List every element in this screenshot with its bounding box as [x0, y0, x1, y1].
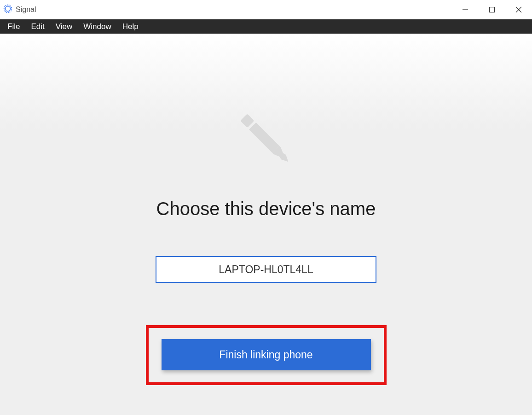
window-controls	[452, 0, 532, 19]
menu-window[interactable]: Window	[78, 21, 116, 33]
svg-rect-7	[249, 123, 279, 153]
device-name-input[interactable]	[156, 256, 376, 283]
maximize-button[interactable]	[479, 0, 505, 19]
menu-view[interactable]: View	[50, 21, 78, 33]
close-button[interactable]	[505, 0, 532, 19]
svg-rect-6	[240, 114, 254, 128]
menu-help[interactable]: Help	[117, 21, 144, 33]
page-heading: Choose this device's name	[156, 199, 376, 219]
annotation-highlight: Finish linking phone	[146, 325, 387, 385]
titlebar-left: Signal	[3, 4, 36, 16]
signal-app-icon	[3, 4, 13, 16]
menubar: File Edit View Window Help	[0, 19, 532, 34]
minimize-button[interactable]	[452, 0, 479, 19]
finish-linking-button[interactable]: Finish linking phone	[162, 339, 371, 370]
svg-rect-3	[490, 7, 495, 12]
menu-file[interactable]: File	[2, 21, 25, 33]
window-titlebar: Signal	[0, 0, 532, 19]
pencil-icon	[225, 98, 307, 181]
svg-point-1	[6, 6, 11, 12]
main-content: Choose this device's name Finish linking…	[0, 34, 532, 415]
app-title: Signal	[16, 6, 36, 14]
menu-edit[interactable]: Edit	[25, 21, 50, 33]
